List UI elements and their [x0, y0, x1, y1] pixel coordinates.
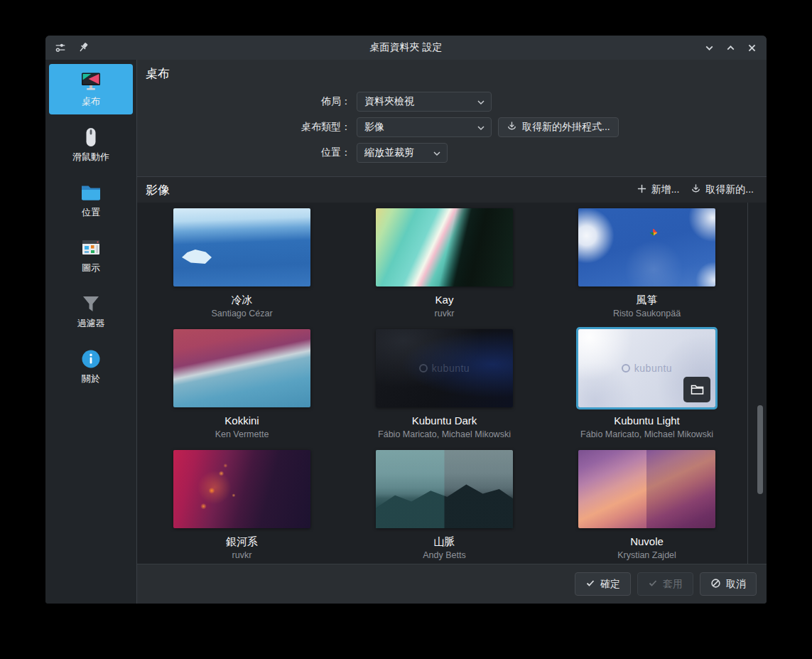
- wallpaper-card-nuvole[interactable]: Nuvole Krystian Zajdel: [546, 450, 748, 564]
- wallpaper-card-kubuntu-light-selected[interactable]: kubuntu Kubuntu Light Fábio Maricato, Mi…: [546, 329, 748, 450]
- wallpaper-author: ruvkr: [435, 309, 455, 318]
- ok-label: 確定: [600, 578, 620, 591]
- wallpaper-author: Krystian Zajdel: [617, 550, 676, 560]
- wallpaper-title: 風箏: [637, 294, 658, 306]
- mouse-icon: [80, 126, 102, 149]
- wallpaper-author: Andy Betts: [423, 550, 465, 560]
- wallpaper-type-label: 桌布類型：: [146, 121, 357, 134]
- dialog-footer: 確定 套用 取消: [137, 564, 767, 604]
- get-new-plugins-label: 取得新的外掛程式...: [522, 121, 610, 134]
- wallpaper-type-combobox[interactable]: 影像: [357, 117, 492, 137]
- wallpaper-title: Kay: [435, 294, 454, 306]
- open-containing-folder-button[interactable]: [683, 377, 710, 402]
- wallpaper-title: 山脈: [434, 536, 455, 548]
- icons-window-icon: [80, 237, 102, 259]
- shade-chevron-down-icon[interactable]: [703, 41, 715, 54]
- kubuntu-logo: kubuntu: [376, 329, 513, 407]
- info-icon: [80, 348, 102, 370]
- wallpaper-thumbnail[interactable]: [376, 208, 513, 286]
- sidebar-item-wallpaper[interactable]: 桌布: [49, 64, 133, 114]
- images-header: 影像 新增... 取得新的...: [137, 176, 767, 203]
- sidebar-item-label: 滑鼠動作: [72, 152, 109, 163]
- cancel-button[interactable]: 取消: [700, 572, 757, 596]
- chevron-down-icon: [477, 122, 485, 133]
- titlebar[interactable]: 桌面資料夾 設定: [45, 36, 767, 60]
- sidebar-item-label: 過濾器: [77, 318, 105, 329]
- wallpaper-monitor-icon: [79, 70, 103, 93]
- add-image-button[interactable]: 新增...: [631, 181, 686, 199]
- wallpaper-grid: 冷冰 Santiago Cézar Kay ruvkr 風箏 Risto Sau…: [137, 203, 767, 564]
- layout-selected-value: 資料夾檢視: [364, 95, 477, 108]
- cancel-circle-icon: [710, 578, 721, 591]
- apply-label: 套用: [663, 578, 683, 591]
- wallpaper-card-kokkini[interactable]: Kokkini Ken Vermette: [141, 329, 343, 450]
- layout-combobox[interactable]: 資料夾檢視: [357, 92, 492, 112]
- folder-icon: [80, 181, 102, 204]
- funnel-icon: [80, 292, 102, 315]
- cancel-label: 取消: [726, 578, 746, 591]
- wallpaper-thumbnail[interactable]: [578, 208, 715, 286]
- wallpaper-title: Kokkini: [224, 415, 259, 427]
- wallpaper-author: Ken Vermette: [215, 429, 269, 439]
- sidebar-item-location[interactable]: 位置: [49, 175, 133, 225]
- wallpaper-title: Kubuntu Light: [614, 415, 680, 427]
- check-icon: [585, 578, 595, 590]
- wallpaper-card-galaxy[interactable]: 銀河系 ruvkr: [141, 450, 343, 564]
- sidebar-item-mouse-actions[interactable]: 滑鼠動作: [49, 119, 133, 170]
- grid-view-border: [747, 203, 748, 564]
- ok-button[interactable]: 確定: [575, 572, 631, 596]
- images-section-title: 影像: [146, 182, 170, 198]
- get-new-wallpapers-label: 取得新的...: [705, 183, 754, 196]
- wallpaper-title: 冷冰: [232, 294, 253, 306]
- sidebar-item-about[interactable]: 關於: [49, 341, 133, 392]
- wallpaper-thumbnail[interactable]: [578, 450, 715, 528]
- wallpaper-title: Kubuntu Dark: [412, 415, 477, 427]
- wallpaper-type-selected-value: 影像: [364, 121, 477, 134]
- vertical-scrollbar[interactable]: [757, 405, 763, 494]
- wallpaper-thumbnail[interactable]: [173, 450, 310, 528]
- wallpaper-thumbnail[interactable]: [173, 208, 310, 286]
- wallpaper-card-mountains[interactable]: 山脈 Andy Betts: [343, 450, 546, 564]
- sidebar-item-label: 桌布: [82, 97, 100, 107]
- window-menu-sliders-icon[interactable]: [54, 41, 67, 54]
- wallpaper-card-coldice[interactable]: 冷冰 Santiago Cézar: [141, 208, 343, 329]
- close-icon[interactable]: [745, 41, 758, 54]
- sidebar: 桌布 滑鼠動作 位: [45, 60, 137, 604]
- positioning-label: 位置：: [146, 146, 357, 159]
- wallpaper-thumbnail[interactable]: [173, 329, 310, 407]
- wallpaper-title: 銀河系: [226, 536, 258, 548]
- positioning-combobox[interactable]: 縮放並裁剪: [357, 143, 448, 163]
- wallpaper-card-kay[interactable]: Kay ruvkr: [343, 208, 546, 329]
- wallpaper-author: Fábio Maricato, Michael Mikowski: [378, 429, 511, 439]
- kubuntu-ring-icon: [419, 364, 428, 373]
- sidebar-item-icons[interactable]: 圖示: [49, 230, 133, 281]
- wallpaper-thumbnail[interactable]: [376, 450, 513, 528]
- pin-icon[interactable]: [77, 41, 90, 54]
- sidebar-item-label: 位置: [82, 208, 100, 218]
- get-new-plugins-button[interactable]: 取得新的外掛程式...: [498, 117, 619, 137]
- wallpaper-card-kite[interactable]: 風箏 Risto Saukonpää: [546, 208, 748, 329]
- sidebar-item-label: 關於: [82, 374, 100, 385]
- get-new-wallpapers-button[interactable]: 取得新的...: [685, 181, 759, 199]
- download-icon: [691, 183, 701, 196]
- wallpaper-title: Nuvole: [630, 536, 664, 548]
- chevron-down-icon: [477, 96, 485, 107]
- download-icon: [507, 121, 517, 134]
- wallpaper-card-kubuntu-dark[interactable]: kubuntu Kubuntu Dark Fábio Maricato, Mic…: [343, 329, 546, 450]
- wallpaper-settings-section: 桌布 佈局： 資料夾檢視 桌布類型： 影: [137, 60, 767, 176]
- maximize-chevron-up-icon[interactable]: [724, 41, 737, 54]
- folder-open-icon: [691, 384, 704, 395]
- sidebar-item-label: 圖示: [82, 263, 100, 274]
- wallpaper-author: ruvkr: [232, 550, 252, 560]
- sidebar-item-filter[interactable]: 過濾器: [49, 286, 133, 336]
- wallpaper-thumbnail[interactable]: kubuntu: [376, 329, 513, 407]
- page-title: 桌布: [146, 65, 758, 82]
- wallpaper-author: Risto Saukonpää: [613, 309, 681, 318]
- window-title: 桌面資料夾 設定: [45, 41, 767, 54]
- chevron-down-icon: [433, 147, 441, 159]
- wallpaper-author: Fábio Maricato, Michael Mikowski: [580, 429, 713, 439]
- kubuntu-ring-icon: [622, 364, 630, 373]
- wallpaper-author: Santiago Cézar: [211, 309, 272, 318]
- wallpaper-thumbnail[interactable]: kubuntu: [578, 329, 715, 407]
- apply-button[interactable]: 套用: [637, 572, 693, 596]
